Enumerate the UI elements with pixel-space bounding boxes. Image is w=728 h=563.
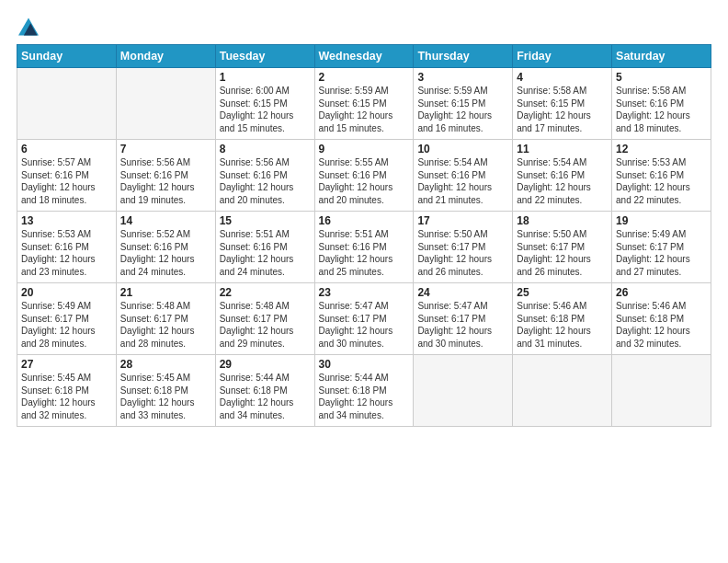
day-number: 11 [517, 143, 608, 155]
day-number: 30 [319, 358, 410, 371]
calendar-cell: 22Sunrise: 5:48 AMSunset: 6:17 PMDayligh… [215, 283, 314, 355]
calendar-cell: 13Sunrise: 5:53 AMSunset: 6:16 PMDayligh… [17, 212, 117, 283]
calendar-cell: 6Sunrise: 5:57 AMSunset: 6:16 PMDaylight… [17, 140, 117, 212]
weekday-header-monday: Monday [116, 45, 215, 68]
day-number: 21 [120, 286, 211, 299]
day-info: Sunrise: 5:57 AMSunset: 6:16 PMDaylight:… [21, 156, 112, 206]
calendar-cell: 8Sunrise: 5:56 AMSunset: 6:16 PMDaylight… [215, 140, 314, 212]
day-number: 3 [417, 71, 508, 84]
day-info: Sunrise: 6:00 AMSunset: 6:15 PMDaylight:… [220, 85, 311, 134]
day-info: Sunrise: 5:50 AMSunset: 6:17 PMDaylight:… [517, 228, 608, 278]
calendar-cell: 29Sunrise: 5:44 AMSunset: 6:18 PMDayligh… [215, 355, 314, 427]
calendar-cell [612, 355, 711, 427]
day-number: 22 [220, 286, 311, 299]
day-info: Sunrise: 5:47 AMSunset: 6:17 PMDaylight:… [319, 300, 410, 350]
day-info: Sunrise: 5:54 AMSunset: 6:16 PMDaylight:… [417, 156, 508, 206]
day-info: Sunrise: 5:49 AMSunset: 6:17 PMDaylight:… [616, 228, 707, 278]
calendar-cell: 16Sunrise: 5:51 AMSunset: 6:16 PMDayligh… [314, 212, 414, 283]
calendar-cell: 23Sunrise: 5:47 AMSunset: 6:17 PMDayligh… [314, 283, 414, 355]
day-number: 26 [616, 286, 707, 299]
page: SundayMondayTuesdayWednesdayThursdayFrid… [0, 0, 728, 563]
logo-icon [18, 17, 39, 37]
day-info: Sunrise: 5:46 AMSunset: 6:18 PMDaylight:… [616, 300, 707, 350]
day-info: Sunrise: 5:51 AMSunset: 6:16 PMDaylight:… [220, 228, 311, 278]
day-number: 6 [21, 143, 112, 155]
calendar-cell: 26Sunrise: 5:46 AMSunset: 6:18 PMDayligh… [612, 283, 711, 355]
day-number: 5 [616, 71, 707, 84]
calendar-cell: 21Sunrise: 5:48 AMSunset: 6:17 PMDayligh… [116, 283, 215, 355]
calendar-cell: 14Sunrise: 5:52 AMSunset: 6:16 PMDayligh… [116, 212, 215, 283]
day-number: 1 [220, 71, 311, 84]
day-number: 17 [417, 214, 508, 227]
calendar-cell: 3Sunrise: 5:59 AMSunset: 6:15 PMDaylight… [414, 68, 513, 140]
day-number: 12 [616, 143, 707, 155]
day-number: 14 [120, 214, 211, 227]
day-info: Sunrise: 5:52 AMSunset: 6:16 PMDaylight:… [120, 228, 211, 278]
day-number: 15 [220, 214, 311, 227]
calendar-cell: 2Sunrise: 5:59 AMSunset: 6:15 PMDaylight… [314, 68, 414, 140]
calendar-week-4: 27Sunrise: 5:45 AMSunset: 6:18 PMDayligh… [17, 355, 711, 427]
day-number: 13 [21, 214, 112, 227]
day-info: Sunrise: 5:58 AMSunset: 6:15 PMDaylight:… [517, 85, 608, 134]
day-info: Sunrise: 5:44 AMSunset: 6:18 PMDaylight:… [220, 372, 311, 421]
day-info: Sunrise: 5:48 AMSunset: 6:17 PMDaylight:… [220, 300, 311, 350]
day-info: Sunrise: 5:51 AMSunset: 6:16 PMDaylight:… [319, 228, 410, 278]
weekday-header-wednesday: Wednesday [314, 45, 414, 68]
day-number: 23 [319, 286, 410, 299]
header [17, 17, 711, 37]
calendar-week-0: 1Sunrise: 6:00 AMSunset: 6:15 PMDaylight… [17, 68, 711, 140]
day-info: Sunrise: 5:48 AMSunset: 6:17 PMDaylight:… [120, 300, 211, 350]
day-number: 24 [417, 286, 508, 299]
calendar-table: SundayMondayTuesdayWednesdayThursdayFrid… [17, 44, 711, 427]
weekday-header-sunday: Sunday [17, 45, 117, 68]
day-info: Sunrise: 5:58 AMSunset: 6:16 PMDaylight:… [616, 85, 707, 134]
day-number: 29 [220, 358, 311, 371]
day-number: 8 [220, 143, 311, 155]
calendar-week-1: 6Sunrise: 5:57 AMSunset: 6:16 PMDaylight… [17, 140, 711, 212]
calendar-cell: 9Sunrise: 5:55 AMSunset: 6:16 PMDaylight… [314, 140, 414, 212]
day-number: 27 [21, 358, 112, 371]
weekday-header-saturday: Saturday [612, 45, 711, 68]
day-info: Sunrise: 5:45 AMSunset: 6:18 PMDaylight:… [21, 372, 112, 421]
day-number: 18 [517, 214, 608, 227]
day-info: Sunrise: 5:59 AMSunset: 6:15 PMDaylight:… [417, 85, 508, 134]
day-info: Sunrise: 5:59 AMSunset: 6:15 PMDaylight:… [319, 85, 410, 134]
calendar-body: 1Sunrise: 6:00 AMSunset: 6:15 PMDaylight… [17, 68, 711, 427]
calendar-cell: 7Sunrise: 5:56 AMSunset: 6:16 PMDaylight… [116, 140, 215, 212]
day-info: Sunrise: 5:46 AMSunset: 6:18 PMDaylight:… [517, 300, 608, 350]
calendar-cell: 15Sunrise: 5:51 AMSunset: 6:16 PMDayligh… [215, 212, 314, 283]
day-number: 10 [417, 143, 508, 155]
calendar-cell [116, 68, 215, 140]
weekday-header-friday: Friday [513, 45, 612, 68]
calendar-cell: 1Sunrise: 6:00 AMSunset: 6:15 PMDaylight… [215, 68, 314, 140]
calendar-cell: 27Sunrise: 5:45 AMSunset: 6:18 PMDayligh… [17, 355, 117, 427]
calendar-cell: 25Sunrise: 5:46 AMSunset: 6:18 PMDayligh… [513, 283, 612, 355]
weekday-header-tuesday: Tuesday [215, 45, 314, 68]
weekday-header-thursday: Thursday [414, 45, 513, 68]
day-info: Sunrise: 5:54 AMSunset: 6:16 PMDaylight:… [517, 156, 608, 206]
weekday-header-row: SundayMondayTuesdayWednesdayThursdayFrid… [17, 45, 711, 68]
calendar-cell [513, 355, 612, 427]
calendar-week-3: 20Sunrise: 5:49 AMSunset: 6:17 PMDayligh… [17, 283, 711, 355]
day-info: Sunrise: 5:50 AMSunset: 6:17 PMDaylight:… [417, 228, 508, 278]
calendar-cell: 12Sunrise: 5:53 AMSunset: 6:16 PMDayligh… [612, 140, 711, 212]
day-info: Sunrise: 5:53 AMSunset: 6:16 PMDaylight:… [21, 228, 112, 278]
day-info: Sunrise: 5:44 AMSunset: 6:18 PMDaylight:… [319, 372, 410, 421]
day-number: 4 [517, 71, 608, 84]
logo-text [17, 17, 39, 37]
day-number: 25 [517, 286, 608, 299]
calendar-cell: 11Sunrise: 5:54 AMSunset: 6:16 PMDayligh… [513, 140, 612, 212]
calendar-header: SundayMondayTuesdayWednesdayThursdayFrid… [17, 45, 711, 68]
day-info: Sunrise: 5:49 AMSunset: 6:17 PMDaylight:… [21, 300, 112, 350]
day-number: 2 [319, 71, 410, 84]
day-info: Sunrise: 5:56 AMSunset: 6:16 PMDaylight:… [220, 156, 311, 206]
calendar-cell: 4Sunrise: 5:58 AMSunset: 6:15 PMDaylight… [513, 68, 612, 140]
day-number: 20 [21, 286, 112, 299]
calendar-cell: 20Sunrise: 5:49 AMSunset: 6:17 PMDayligh… [17, 283, 117, 355]
calendar-cell: 10Sunrise: 5:54 AMSunset: 6:16 PMDayligh… [414, 140, 513, 212]
calendar-cell: 19Sunrise: 5:49 AMSunset: 6:17 PMDayligh… [612, 212, 711, 283]
day-info: Sunrise: 5:45 AMSunset: 6:18 PMDaylight:… [120, 372, 211, 421]
day-info: Sunrise: 5:56 AMSunset: 6:16 PMDaylight:… [120, 156, 211, 206]
day-number: 19 [616, 214, 707, 227]
day-number: 16 [319, 214, 410, 227]
